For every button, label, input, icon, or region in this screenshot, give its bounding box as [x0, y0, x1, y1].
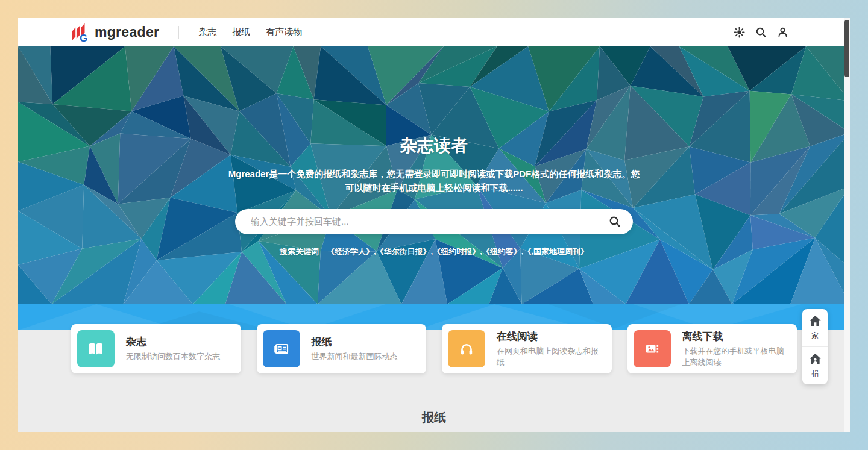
card-title: 在线阅读: [497, 330, 603, 343]
card-subtitle: 在网页和电脑上阅读杂志和报纸: [497, 346, 603, 369]
svg-text:G: G: [80, 33, 87, 43]
home-icon: [809, 315, 822, 327]
feature-card-offline-download[interactable]: 离线下载 下载并在您的手机或平板电脑上离线阅读: [627, 324, 797, 373]
hero-content: 杂志读者 Mgreader是一个免费的报纸和杂志库，您无需登录即可即时阅读或下载…: [18, 46, 850, 257]
scrollbar-track[interactable]: [844, 18, 850, 432]
newspaper-icon: [263, 330, 300, 367]
nav-divider: [178, 26, 179, 39]
card-title: 离线下载: [682, 330, 789, 343]
nav-link-newspapers[interactable]: 报纸: [232, 27, 250, 38]
search-keywords: 搜索关键词 《经济学人》,《华尔街日报》,《纽约时报》,《纽约客》,《,国家地理…: [18, 246, 850, 257]
floating-donate-button[interactable]: 捐: [802, 346, 828, 384]
navbar-actions: [732, 25, 790, 39]
donate-house-icon: [809, 353, 822, 364]
card-title: 报纸: [312, 335, 398, 349]
floating-home-button[interactable]: 家: [802, 309, 828, 346]
headphones-icon: [448, 330, 485, 367]
floating-donate-label: 捐: [811, 369, 819, 379]
search-icon: [755, 27, 767, 38]
floating-home-label: 家: [811, 331, 819, 341]
search-button[interactable]: [754, 25, 768, 39]
scrollbar-thumb[interactable]: [844, 20, 849, 77]
keyword-search-input[interactable]: [235, 216, 597, 227]
hero-title: 杂志读者: [18, 134, 850, 157]
brand-name: mgreader: [95, 24, 159, 40]
search-icon: [609, 216, 621, 228]
card-title: 杂志: [126, 335, 220, 349]
hero-search-bar: [235, 209, 633, 234]
card-subtitle: 下载并在您的手机或平板电脑上离线阅读: [682, 346, 789, 369]
card-subtitle: 世界新闻和最新国际动态: [312, 351, 398, 363]
browser-page: G mgreader 杂志 报纸 有声读物: [18, 18, 850, 432]
nav-link-audiobooks[interactable]: 有声读物: [266, 27, 302, 38]
photo-download-icon: [634, 330, 671, 367]
account-button[interactable]: [776, 25, 790, 39]
section-heading-newspapers: 报纸: [18, 410, 850, 426]
sun-icon: [734, 27, 745, 38]
open-book-icon: [77, 330, 115, 367]
search-submit-button[interactable]: [597, 216, 633, 228]
hero-description: Mgreader是一个免费的报纸和杂志库，您无需登录即可即时阅读或下载PDF格式…: [226, 167, 642, 195]
hero-section: 杂志读者 Mgreader是一个免费的报纸和杂志库，您无需登录即可即时阅读或下载…: [18, 46, 850, 330]
brand-home-link[interactable]: G mgreader: [69, 22, 159, 43]
feature-cards: 杂志 无限制访问数百本数字杂志 报纸: [71, 324, 797, 373]
card-subtitle: 无限制访问数百本数字杂志: [126, 351, 220, 363]
user-icon: [777, 27, 788, 38]
navbar: G mgreader 杂志 报纸 有声读物: [18, 18, 850, 46]
feature-card-magazines[interactable]: 杂志 无限制访问数百本数字杂志: [71, 324, 241, 373]
mgreader-logo-icon: G: [69, 22, 90, 43]
features-section: 杂志 无限制访问数百本数字杂志 报纸: [18, 330, 850, 432]
floating-menu: 家 捐: [802, 309, 828, 384]
feature-card-online-reading[interactable]: 在线阅读 在网页和电脑上阅读杂志和报纸: [442, 324, 612, 373]
feature-card-newspapers[interactable]: 报纸 世界新闻和最新国际动态: [257, 324, 427, 373]
nav-link-magazines[interactable]: 杂志: [198, 27, 216, 38]
primary-nav: 杂志 报纸 有声读物: [198, 27, 302, 38]
theme-toggle-button[interactable]: [732, 25, 746, 39]
